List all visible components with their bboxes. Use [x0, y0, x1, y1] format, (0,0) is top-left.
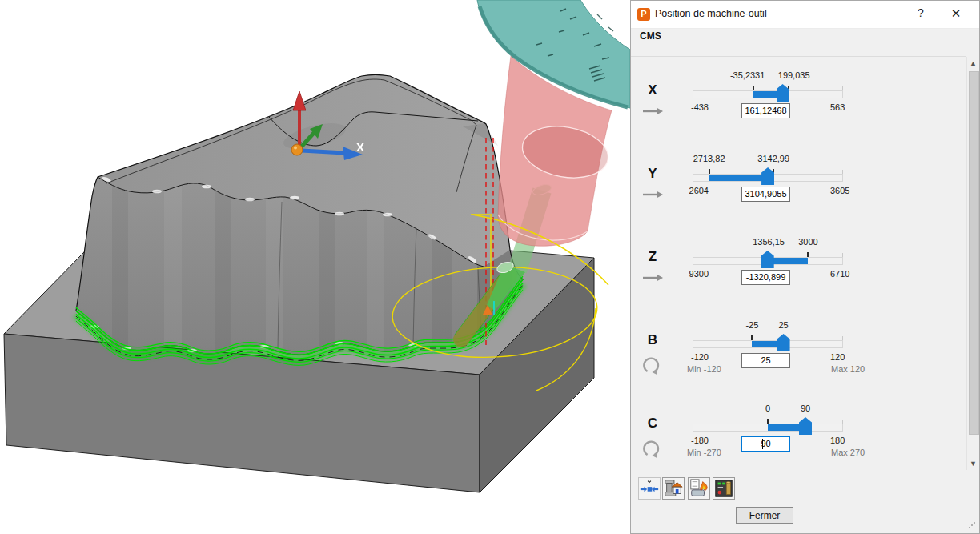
value-input-b[interactable]: 25: [741, 353, 790, 368]
scrollbar-thumb[interactable]: [969, 71, 979, 435]
track-end-tick: [693, 253, 693, 257]
scrollbar[interactable]: ▲ ▼: [966, 57, 979, 470]
machine-status-icon: [713, 478, 734, 499]
limit-label-min-c: 0: [765, 404, 770, 413]
machine-home-button[interactable]: [662, 477, 685, 500]
travel-min-b: Min -120: [687, 364, 721, 374]
limit-label-max-b: 25: [778, 320, 788, 330]
machine-run-icon: [689, 478, 709, 499]
track-end-tick: [842, 170, 843, 174]
dialog-title: Position de machine-outil: [655, 8, 767, 19]
value-input-y[interactable]: 3104,9055: [741, 187, 790, 202]
range-min-z: -9300: [653, 269, 709, 279]
limit-label-max-y: 3142,99: [757, 154, 789, 163]
machine-position-dialog: P Position de machine-outil ? ✕ CMS X-35…: [630, 0, 980, 534]
slider-handle-c[interactable]: [799, 417, 812, 435]
track-end-tick: [842, 420, 843, 424]
value-input-z[interactable]: -1320,899: [741, 270, 790, 285]
slider-handle-z[interactable]: [761, 251, 774, 268]
range-min-b: -120: [653, 352, 709, 362]
help-button[interactable]: ?: [910, 6, 932, 22]
travel-max-b: Max 120: [831, 364, 865, 374]
range-max-y: 3605: [830, 186, 886, 195]
resize-grip[interactable]: [968, 521, 976, 529]
track-end-tick: [693, 420, 693, 424]
machine-status-button[interactable]: [713, 477, 735, 500]
limit-label-max-z: 3000: [798, 237, 817, 247]
separator: [633, 472, 978, 472]
limit-label-min-z: -1356,15: [750, 237, 785, 247]
limit-label-max-c: 90: [801, 404, 810, 413]
range-min-c: -180: [653, 436, 709, 445]
fit-to-limits-icon: [639, 478, 660, 499]
axis-label-x: X: [642, 82, 663, 98]
scroll-down-icon[interactable]: ▼: [967, 457, 979, 470]
limit-label-min-x: -35,2331: [730, 70, 765, 80]
close-icon[interactable]: ✕: [945, 6, 967, 22]
limit-label-min-b: -25: [745, 320, 758, 330]
track-end-tick: [842, 86, 843, 90]
track-end-tick: [693, 336, 693, 340]
machine-name-label: CMS: [640, 30, 661, 42]
range-max-z: 6710: [830, 269, 886, 279]
machine-home-icon: [663, 478, 684, 499]
limit-label-max-x: 199,035: [778, 70, 810, 80]
x-axis-arrow: [302, 151, 344, 153]
dialog-titlebar[interactable]: P Position de machine-outil ? ✕: [631, 1, 979, 29]
slider-handle-b[interactable]: [777, 334, 790, 351]
machine-run-button[interactable]: [688, 477, 710, 500]
range-min-y: 2604: [653, 186, 709, 195]
origin-ball: [291, 144, 303, 155]
value-input-c[interactable]: 90: [741, 436, 790, 452]
axis-label-z: Z: [642, 249, 663, 265]
scroll-up-icon[interactable]: ▲: [967, 57, 979, 70]
range-max-x: 563: [830, 102, 886, 112]
track-end-tick: [842, 253, 843, 257]
range-min-x: -438: [653, 102, 709, 112]
limit-tick: [807, 252, 809, 257]
value-input-x[interactable]: 161,12468: [741, 103, 790, 118]
x-axis-label: X: [356, 140, 364, 154]
axis-label-y: Y: [642, 166, 663, 182]
track-end-tick: [693, 170, 693, 174]
track-end-tick: [693, 86, 693, 90]
axis-label-c: C: [642, 416, 663, 432]
close-dialog-button[interactable]: Fermer: [736, 507, 793, 524]
travel-max-c: Max 270: [831, 448, 865, 457]
range-max-c: 180: [830, 436, 886, 445]
travel-min-c: Min -270: [687, 448, 721, 457]
limit-tick: [767, 419, 769, 424]
range-max-b: 120: [830, 352, 886, 362]
limit-tick: [709, 169, 710, 174]
limit-tick: [753, 86, 754, 90]
axis-label-b: B: [642, 332, 663, 348]
limit-label-min-y: 2713,82: [693, 154, 725, 163]
contact-point-marker: [490, 127, 497, 135]
separator: [631, 56, 966, 57]
fit-to-limits-button[interactable]: [638, 477, 661, 500]
text-caret: [762, 439, 763, 449]
track-end-tick: [842, 336, 843, 340]
3d-viewport[interactable]: X: [0, 0, 630, 534]
limit-tick: [751, 335, 753, 340]
app-window: X P Position de machine-outil ? ✕ CMS X-…: [0, 0, 980, 534]
app-icon: P: [637, 8, 650, 21]
